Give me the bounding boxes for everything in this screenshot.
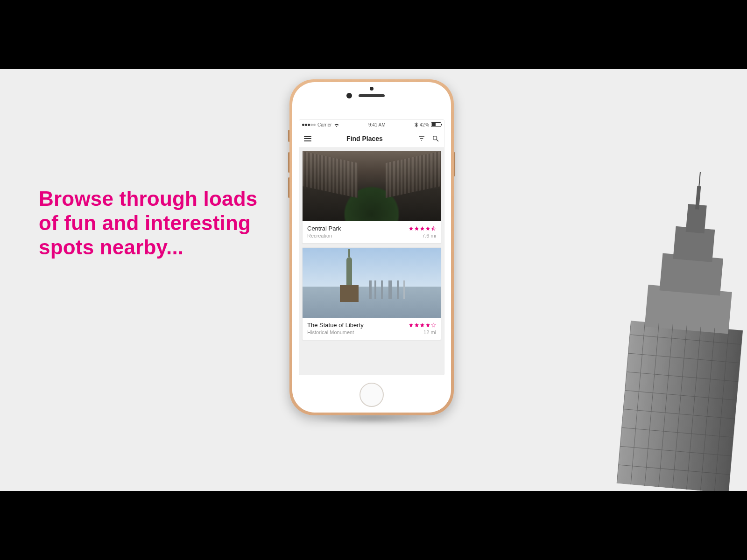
carrier-label: Carrier xyxy=(317,122,332,127)
status-time: 9:41 AM xyxy=(368,122,386,127)
place-distance: 12 mi xyxy=(423,329,436,335)
rating-stars xyxy=(409,322,436,328)
search-icon[interactable] xyxy=(432,135,439,142)
svg-line-6 xyxy=(699,162,701,186)
marketing-headline: Browse through loads of fun and interest… xyxy=(39,187,282,259)
svg-line-8 xyxy=(437,140,438,141)
menu-icon[interactable] xyxy=(304,136,311,141)
place-card[interactable]: The Statue of Liberty Historical Monumen… xyxy=(302,247,441,340)
place-category: Historical Monument xyxy=(307,329,354,335)
place-image xyxy=(303,151,441,221)
place-category: Recreation xyxy=(307,233,332,238)
place-name: The Statue of Liberty xyxy=(307,322,364,329)
rating-stars xyxy=(409,226,436,231)
svg-point-7 xyxy=(433,136,437,140)
signal-dots-icon xyxy=(302,124,316,126)
bluetooth-icon xyxy=(415,122,418,127)
phone-mockup: Carrier 9:41 AM 42% Find Places xyxy=(289,79,454,415)
place-name: Central Park xyxy=(307,225,341,232)
place-image xyxy=(303,248,441,318)
home-button[interactable] xyxy=(359,383,384,407)
status-bar: Carrier 9:41 AM 42% xyxy=(299,120,444,129)
filter-icon[interactable] xyxy=(418,135,425,142)
place-distance: 7.6 mi xyxy=(422,233,436,238)
battery-icon xyxy=(431,122,441,127)
wifi-icon xyxy=(334,123,339,127)
nav-bar: Find Places xyxy=(299,129,444,148)
app-screen: Carrier 9:41 AM 42% Find Places xyxy=(299,119,444,375)
place-card[interactable]: Central Park Recreation 7.6 mi xyxy=(302,151,441,244)
battery-percent: 42% xyxy=(420,122,429,127)
empire-state-illustration xyxy=(561,162,747,491)
places-list[interactable]: Central Park Recreation 7.6 mi xyxy=(299,148,444,375)
page-title: Find Places xyxy=(346,135,383,142)
